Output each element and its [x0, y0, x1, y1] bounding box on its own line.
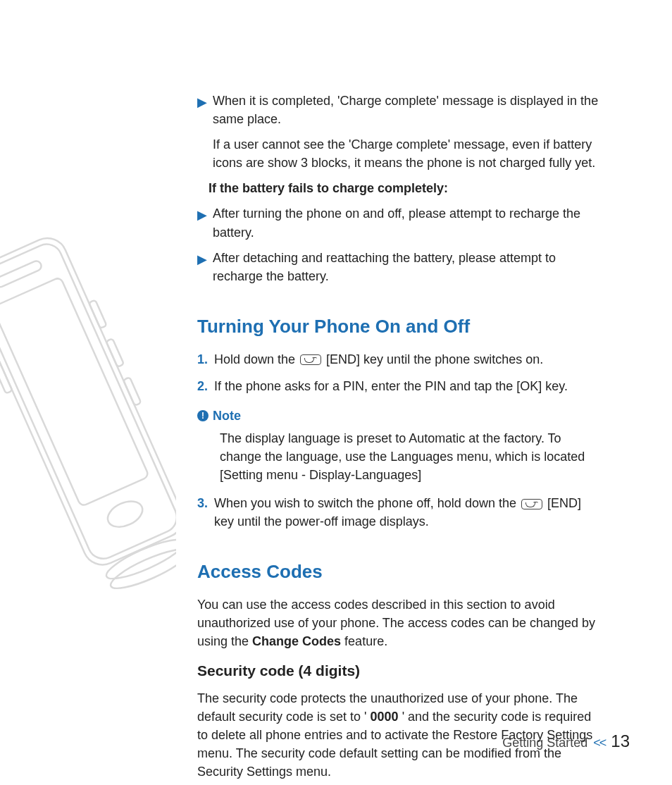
svg-rect-5 — [89, 299, 106, 328]
step-number: 1. — [197, 350, 214, 369]
list-item: 3. When you wish to switch the phone off… — [197, 494, 599, 531]
paragraph: You can use the access codes described i… — [197, 595, 599, 650]
numbered-list-cont: 3. When you wish to switch the phone off… — [197, 494, 599, 531]
section-heading-access: Access Codes — [197, 559, 599, 586]
end-key-icon — [521, 499, 542, 509]
svg-rect-3 — [0, 259, 43, 288]
svg-rect-0 — [0, 232, 176, 571]
bullet-text: After detaching and reattaching the batt… — [213, 249, 599, 285]
numbered-list: 1. Hold down the [END] key until the pho… — [197, 350, 599, 395]
arrow-right-icon: ▶ — [197, 206, 207, 224]
footer-section-name: Getting Started — [502, 736, 587, 750]
chevron-left-icon: << — [593, 736, 605, 750]
note-block: ! Note The display language is preset to… — [197, 407, 599, 484]
bullet-item: ▶ After detaching and reattaching the ba… — [197, 249, 599, 285]
step-number: 3. — [197, 494, 214, 512]
step-text: When you wish to switch the phone off, h… — [214, 494, 599, 531]
note-label: Note — [213, 407, 241, 425]
list-item: 1. Hold down the [END] key until the pho… — [197, 350, 599, 369]
bullet-text: After turning the phone on and off, plea… — [213, 204, 599, 241]
phone-illustration — [0, 218, 176, 613]
svg-rect-1 — [0, 240, 176, 564]
svg-point-9 — [103, 533, 176, 585]
end-key-icon — [300, 354, 321, 365]
svg-rect-2 — [0, 277, 149, 507]
page-footer: Getting Started << 13 — [502, 731, 630, 751]
page-number: 13 — [611, 731, 630, 751]
svg-rect-7 — [123, 377, 141, 406]
svg-rect-6 — [106, 338, 124, 367]
bullet-item: ▶ When it is completed, 'Charge complete… — [197, 92, 599, 128]
list-item: 2. If the phone asks for a PIN, enter th… — [197, 377, 599, 395]
bullet-item: ▶ After turning the phone on and off, pl… — [197, 204, 599, 241]
note-body: The display language is preset to Automa… — [220, 429, 599, 484]
arrow-right-icon: ▶ — [197, 250, 207, 268]
info-icon: ! — [197, 410, 209, 421]
bullet-text: When it is completed, 'Charge complete' … — [213, 92, 599, 128]
step-text: Hold down the [END] key until the phone … — [214, 350, 599, 369]
svg-point-10 — [107, 543, 176, 595]
bullet-subtext: If a user cannot see the 'Charge complet… — [213, 135, 599, 172]
svg-point-4 — [104, 496, 147, 531]
emphasis-line: If the battery fails to charge completel… — [209, 179, 599, 197]
section-heading-turning: Turning Your Phone On and Off — [197, 314, 599, 340]
step-text: If the phone asks for a PIN, enter the P… — [214, 377, 599, 395]
note-heading: ! Note — [197, 407, 599, 425]
subsection-heading: Security code (4 digits) — [197, 660, 599, 681]
step-number: 2. — [197, 377, 214, 395]
bold-text: Change Codes — [252, 634, 341, 648]
svg-rect-8 — [0, 359, 13, 394]
bold-text: 0000 — [371, 710, 399, 724]
arrow-right-icon: ▶ — [197, 93, 207, 111]
page-content: ▶ When it is completed, 'Charge complete… — [197, 92, 599, 785]
